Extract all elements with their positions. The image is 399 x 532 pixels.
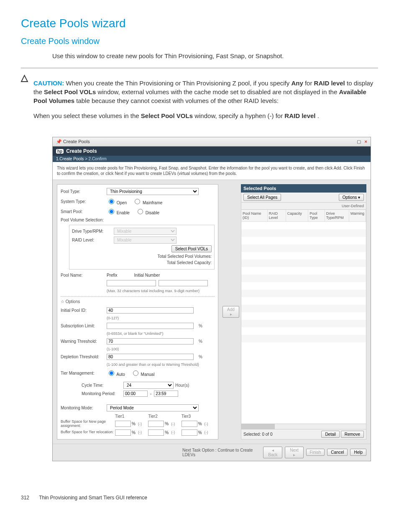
- caution-block: △ CAUTION: When you create the Thin Prov…: [21, 68, 378, 126]
- maximize-icon[interactable]: ▢: [357, 139, 361, 144]
- cycle-time-label: Cycle Time:: [82, 383, 123, 388]
- col-capacity[interactable]: Capacity: [286, 210, 308, 221]
- buf-reloc-t1: [115, 429, 131, 436]
- intro-text: Use this window to create new pools for …: [52, 52, 378, 59]
- initial-pool-id-label: Initial Pool ID:: [61, 308, 107, 313]
- warn-thresh-label: Warning Threshold:: [61, 339, 107, 344]
- pool-type-label: Pool Type:: [61, 189, 107, 194]
- drive-type-select: Mixable: [114, 228, 176, 235]
- col-pool-type[interactable]: Pool Type: [308, 210, 325, 221]
- mon-from-input[interactable]: [123, 391, 148, 397]
- page-footer-text: Thin Provisioning and Smart Tiers GUI re…: [39, 495, 147, 501]
- buf-new-t1: [115, 421, 131, 427]
- options-button[interactable]: Options ▾: [339, 194, 364, 201]
- page-subtitle: Create Pools window: [21, 36, 378, 46]
- system-open-radio[interactable]: [109, 199, 114, 204]
- col-drive-type[interactable]: Drive Type/RPM: [325, 210, 349, 221]
- wizard-window: 📌 Create Pools ▢ × hp Create Pools 1.Cre…: [52, 137, 371, 461]
- tier3-header: Tier3: [182, 414, 215, 419]
- buf-new-t2: [148, 421, 164, 427]
- close-icon[interactable]: ×: [365, 139, 367, 144]
- system-type-label: System Type:: [61, 199, 107, 204]
- warning-icon: △: [21, 72, 33, 126]
- drive-type-label: Drive Type/RPM:: [72, 229, 114, 234]
- dep-thresh-hint: (1-100 and greater than or equal to Warn…: [107, 362, 215, 367]
- smart-pool-label: Smart Pool:: [61, 209, 107, 214]
- raid-level-label: RAID Level:: [72, 238, 114, 242]
- tier-auto-radio[interactable]: [109, 370, 114, 376]
- smart-disable-radio[interactable]: [138, 209, 143, 214]
- mon-period-label: Monitoring Period:: [82, 391, 123, 396]
- raid-level-select: Mixable: [114, 236, 176, 244]
- sub-limit-label: Subscription Limit:: [61, 324, 107, 328]
- selected-pools-table: Pool Name (ID) RAID Level Capacity Pool …: [241, 210, 366, 424]
- warn-thresh-input[interactable]: [107, 338, 194, 344]
- caution-label: CAUTION:: [33, 80, 64, 87]
- tier1-header: Tier1: [115, 414, 148, 419]
- wizard-description: This wizard lets you create pools for Th…: [53, 162, 371, 180]
- buf-new-t3: [182, 421, 197, 427]
- page-number: 312: [21, 495, 38, 501]
- total-selected-capacity: Total Selected Capacity:: [72, 260, 212, 265]
- select-pool-vols-button[interactable]: Select Pool VOLs: [171, 245, 212, 252]
- back-button[interactable]: ◂ Back: [263, 447, 282, 458]
- col-warning[interactable]: Warning: [349, 210, 366, 221]
- sub-limit-hint: (0-65534, or blank for "Unlimited"): [107, 332, 215, 336]
- tier2-header: Tier2: [148, 414, 181, 419]
- initial-number-input[interactable]: [159, 280, 208, 286]
- col-raid-level[interactable]: RAID Level: [268, 210, 286, 221]
- remove-button[interactable]: Remove: [341, 431, 364, 438]
- page-title: Create Pools wizard: [21, 17, 378, 30]
- col-pool-name[interactable]: Pool Name (ID): [241, 210, 268, 221]
- hp-logo-icon: hp: [56, 149, 64, 154]
- add-button[interactable]: Add ▸: [223, 306, 239, 318]
- initial-pool-id-hint: (0-127): [107, 316, 215, 320]
- buf-new-label: Buffer Space for New page assignment:: [61, 420, 115, 428]
- total-selected-volumes: Total Selected Pool Volumes:: [72, 254, 212, 259]
- tier-manual-radio[interactable]: [133, 370, 138, 376]
- cancel-button[interactable]: Cancel: [327, 449, 348, 456]
- mon-to-input[interactable]: [154, 391, 178, 397]
- prefix-input[interactable]: [107, 280, 156, 286]
- buf-reloc-t3: [182, 429, 197, 436]
- window-title: Create Pools: [63, 139, 90, 144]
- dep-thresh-label: Depletion Threshold:: [61, 355, 107, 359]
- name-hint: (Max. 32 characters total including max.…: [107, 289, 215, 293]
- filter-label: User-Defined: [342, 204, 364, 208]
- options-toggle[interactable]: ☆ Options: [61, 299, 80, 304]
- warn-thresh-hint: (1-100): [107, 347, 215, 351]
- detail-button[interactable]: Detail: [321, 431, 340, 438]
- pool-vol-sel-label: Pool Volume Selection:: [61, 218, 107, 222]
- next-button[interactable]: Next ▸: [285, 447, 303, 458]
- selected-pools-header: Selected Pools: [241, 184, 366, 193]
- dep-thresh-input[interactable]: [107, 354, 194, 360]
- finish-button[interactable]: Finish: [306, 449, 325, 456]
- cycle-time-select[interactable]: 24: [123, 382, 174, 389]
- next-task-option: Next Task Option : Continue to Create LD…: [182, 448, 261, 457]
- step-2: 2.Confirm: [89, 157, 107, 161]
- buf-reloc-label: Buffer Space for Tier relocation:: [61, 430, 115, 434]
- pin-icon[interactable]: 📌: [56, 139, 62, 144]
- smart-enable-radio[interactable]: [109, 209, 114, 214]
- mon-mode-label: Monitoring Mode:: [61, 406, 107, 410]
- initial-pool-id-input[interactable]: [107, 307, 194, 314]
- selection-status: Selected: 0 of 0: [243, 432, 273, 437]
- buf-reloc-t2: [148, 429, 164, 436]
- tier-mgmt-label: Tier Management:: [61, 371, 107, 375]
- help-button[interactable]: Help: [350, 449, 366, 456]
- mon-mode-select[interactable]: Period Mode: [107, 404, 199, 411]
- pool-name-label: Pool Name:: [61, 273, 107, 278]
- sub-limit-input[interactable]: [107, 323, 194, 329]
- select-all-pages-button[interactable]: Select All Pages: [243, 194, 281, 201]
- step-1: 1.Create Pools: [56, 157, 84, 161]
- inner-title: Create Pools: [66, 148, 97, 154]
- pool-type-select[interactable]: Thin Provisioning: [107, 188, 199, 195]
- prefix-label: Prefix: [107, 273, 118, 278]
- initial-number-label: Initial Number: [134, 273, 160, 278]
- system-mainframe-radio[interactable]: [135, 199, 140, 204]
- h-scrollbar[interactable]: [241, 424, 366, 429]
